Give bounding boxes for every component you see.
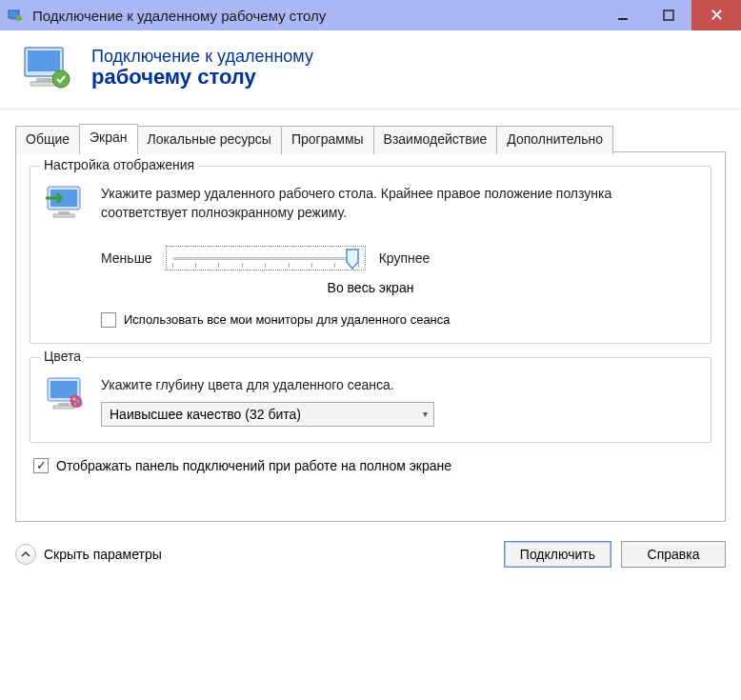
- chevron-up-icon: [21, 550, 30, 559]
- tab-general[interactable]: Общие: [15, 126, 80, 154]
- header-banner: Подключение к удаленному рабочему столу: [0, 30, 741, 110]
- monitor-palette-icon: [44, 375, 88, 413]
- connect-button[interactable]: Подключить: [504, 541, 611, 568]
- help-button[interactable]: Справка: [621, 541, 726, 568]
- svg-rect-1: [10, 19, 17, 20]
- window-controls: ✕: [600, 0, 741, 30]
- collapse-options-button[interactable]: [15, 544, 36, 565]
- svg-rect-7: [36, 78, 51, 82]
- svg-point-19: [77, 399, 80, 402]
- svg-point-2: [16, 15, 22, 21]
- svg-point-18: [73, 397, 76, 400]
- multi-monitor-row: Использовать все мои мониторы для удален…: [101, 312, 697, 328]
- header-text: Подключение к удаленному рабочему столу: [91, 47, 313, 90]
- multi-monitor-checkbox[interactable]: [101, 312, 116, 328]
- tab-strip: Общие Экран Локальные ресурсы Программы …: [15, 124, 726, 152]
- footer: Скрыть параметры Подключить Справка: [0, 533, 741, 581]
- monitor-arrow-icon: [44, 184, 88, 222]
- tab-experience[interactable]: Взаимодействие: [373, 126, 498, 154]
- header-line2: рабочему столу: [91, 65, 313, 90]
- connection-bar-row: Отображать панель подключений при работе…: [33, 458, 711, 473]
- tab-programs[interactable]: Программы: [281, 126, 374, 154]
- desktop-size-slider[interactable]: [166, 246, 366, 270]
- minimize-button[interactable]: [600, 0, 646, 30]
- slider-min-label: Меньше: [101, 250, 152, 266]
- maximize-button[interactable]: [646, 0, 691, 30]
- svg-rect-4: [664, 10, 673, 20]
- display-settings-group: Настройка отображения Укажите размер уда…: [30, 166, 711, 344]
- colors-description: Укажите глубину цвета для удаленного сеа…: [101, 375, 697, 394]
- titlebar: Подключение к удаленному рабочему столу …: [0, 0, 741, 30]
- tab-panel-display: Настройка отображения Укажите размер уда…: [15, 151, 726, 522]
- svg-rect-3: [618, 18, 628, 20]
- tab-display[interactable]: Экран: [79, 124, 138, 152]
- connection-bar-label: Отображать панель подключений при работе…: [56, 458, 451, 473]
- content-area: Общие Экран Локальные ресурсы Программы …: [0, 110, 741, 533]
- svg-rect-6: [28, 50, 60, 71]
- size-slider-row: Меньше Крупнее: [101, 246, 697, 270]
- color-depth-value: Наивысшее качество (32 бита): [110, 407, 301, 422]
- tab-local-resources[interactable]: Локальные ресурсы: [137, 126, 282, 154]
- connection-bar-checkbox[interactable]: [33, 458, 49, 473]
- display-group-title: Настройка отображения: [40, 157, 198, 172]
- colors-group-title: Цвета: [40, 349, 85, 364]
- collapse-options-label[interactable]: Скрыть параметры: [44, 547, 162, 562]
- colors-group: Цвета Укажите глубину цвета дл: [30, 357, 711, 443]
- rdp-icon: [19, 44, 74, 91]
- slider-thumb[interactable]: [346, 249, 359, 270]
- window-title: Подключение к удаленному рабочему столу: [32, 8, 326, 24]
- svg-rect-17: [53, 406, 74, 409]
- svg-point-20: [74, 402, 77, 405]
- header-line1: Подключение к удаленному: [91, 47, 313, 67]
- color-depth-select[interactable]: Наивысшее качество (32 бита) ▾: [101, 402, 434, 427]
- svg-rect-13: [53, 214, 74, 217]
- svg-point-9: [52, 70, 70, 88]
- multi-monitor-label: Использовать все мои мониторы для удален…: [124, 312, 451, 327]
- slider-value-caption: Во весь экран: [44, 280, 697, 295]
- tab-advanced[interactable]: Дополнительно: [496, 126, 613, 154]
- display-description: Укажите размер удаленного рабочего стола…: [101, 184, 697, 223]
- close-button[interactable]: ✕: [691, 0, 741, 30]
- chevron-down-icon: ▾: [423, 409, 428, 419]
- app-icon: [8, 8, 23, 23]
- slider-max-label: Крупнее: [379, 250, 431, 266]
